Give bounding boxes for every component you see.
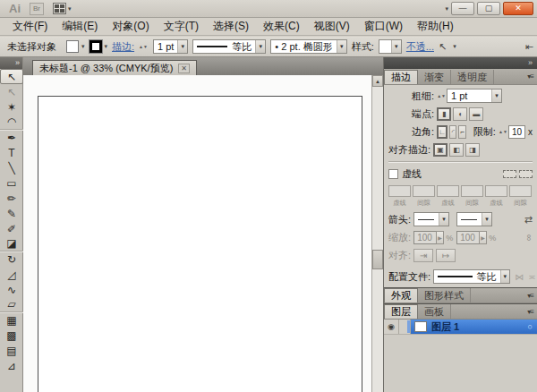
tab-artboards[interactable]: 画板 xyxy=(418,304,451,319)
stroke-panel-link[interactable]: 描边: xyxy=(112,40,134,54)
artboard[interactable] xyxy=(38,96,362,392)
spin-right-icon[interactable]: ▶ xyxy=(479,231,487,244)
align-stroke-outside-button[interactable]: ◨ xyxy=(465,143,480,157)
menu-edit[interactable]: 编辑(E) xyxy=(55,17,105,36)
restore-button[interactable]: ▢ xyxy=(477,2,500,15)
rotate-tool[interactable]: ↻ xyxy=(0,251,23,267)
shape-builder-tool[interactable]: ▦ xyxy=(0,312,23,328)
layer-row[interactable]: ◉ 图层 1 ○ xyxy=(384,320,537,335)
dash-align-icon[interactable] xyxy=(519,170,533,178)
minimize-button[interactable]: — xyxy=(451,2,474,15)
arrow-align-end-button[interactable]: ↦ xyxy=(436,249,456,262)
stroke-color-control[interactable]: ▾ xyxy=(90,40,108,53)
close-icon[interactable]: ✕ xyxy=(178,64,190,73)
blob-brush-tool[interactable]: ✐ xyxy=(0,221,23,236)
arrange-documents-button[interactable]: ▾ xyxy=(53,3,72,14)
fill-color-control[interactable]: ▾ xyxy=(66,40,85,53)
cap-round-button[interactable]: ◖ xyxy=(453,107,467,121)
flip-across-icon[interactable]: ≍ xyxy=(528,272,535,282)
menu-window[interactable]: 窗口(W) xyxy=(357,17,410,36)
gap-field-3[interactable] xyxy=(509,185,532,197)
cap-projecting-button[interactable]: ▬ xyxy=(469,107,483,121)
menu-help[interactable]: 帮助(H) xyxy=(410,17,461,36)
arrow-align-tip-button[interactable]: ⇥ xyxy=(413,249,433,262)
stroke-swatch[interactable] xyxy=(90,40,102,53)
gradient-tool[interactable]: ▤ xyxy=(0,343,23,358)
eyedropper-tool[interactable]: ⊿ xyxy=(0,358,23,373)
direct-selection-tool[interactable]: ↖ xyxy=(0,84,23,99)
eraser-tool[interactable]: ◪ xyxy=(0,236,23,251)
canvas-area[interactable] xyxy=(23,75,371,392)
width-tool[interactable]: ∿ xyxy=(0,282,23,297)
target-circle-icon[interactable]: ○ xyxy=(528,322,533,331)
toolbar-overflow-icon[interactable]: ▾ xyxy=(445,5,448,13)
corner-round-button[interactable]: ◜ xyxy=(449,125,456,139)
weight-stepper[interactable]: ▲▼ xyxy=(437,94,446,98)
panel-menu-icon[interactable]: ▾≡ xyxy=(527,292,533,300)
flip-along-icon[interactable]: ⋈ xyxy=(515,272,524,282)
selection-tool[interactable]: ↖ xyxy=(0,69,23,84)
cap-butt-button[interactable]: ▮ xyxy=(437,107,451,121)
close-button[interactable]: ✕ xyxy=(503,2,533,15)
mesh-tool[interactable]: ▩ xyxy=(0,328,23,343)
align-stroke-inside-button[interactable]: ◧ xyxy=(449,143,464,157)
tools-collapse-button[interactable]: » xyxy=(0,57,22,69)
arrowhead-end-select[interactable]: ▾ xyxy=(456,212,492,226)
align-stroke-center-button[interactable]: ▣ xyxy=(433,143,448,157)
corner-miter-button[interactable]: ∟ xyxy=(437,125,448,139)
link-scales-icon[interactable]: ∞ xyxy=(524,234,534,241)
menu-select[interactable]: 选择(S) xyxy=(206,17,256,36)
vertical-scrollbar[interactable]: ▲ xyxy=(371,75,383,392)
dash-field-3[interactable] xyxy=(485,185,507,197)
profile-select[interactable]: 等比 ▾ xyxy=(433,269,510,284)
dash-preserve-icon[interactable] xyxy=(503,170,516,178)
gap-field-2[interactable] xyxy=(461,185,483,197)
swap-arrowheads-icon[interactable]: ⇄ xyxy=(524,214,533,226)
dock-collapse-button[interactable]: » xyxy=(384,57,537,69)
corner-bevel-button[interactable]: ⌐ xyxy=(458,125,465,139)
free-transform-tool[interactable]: ▱ xyxy=(0,297,23,312)
lock-toggle-cell[interactable] xyxy=(399,320,411,334)
dashed-line-checkbox[interactable] xyxy=(388,169,398,179)
scrollbar-thumb[interactable] xyxy=(372,250,383,269)
fill-swatch[interactable] xyxy=(66,40,79,53)
line-segment-tool[interactable]: ╲ xyxy=(0,160,23,175)
stroke-weight-stepper[interactable]: ▲▼ xyxy=(139,45,148,49)
tab-stroke[interactable]: 描边 xyxy=(384,70,418,84)
dash-field-1[interactable] xyxy=(388,185,411,197)
visibility-eye-icon[interactable]: ◉ xyxy=(384,320,399,334)
tab-layers[interactable]: 图层 xyxy=(384,304,418,319)
tab-transparency[interactable]: 透明度 xyxy=(451,70,494,84)
arrow-scale-end-value[interactable]: 100 xyxy=(456,231,480,244)
select-similar-icon[interactable]: ↖ xyxy=(439,41,447,53)
menu-object[interactable]: 对象(O) xyxy=(105,17,156,36)
tab-graphic-styles[interactable]: 图形样式 xyxy=(418,288,471,303)
pen-tool[interactable]: ✒ xyxy=(0,130,23,145)
panel-menu-icon[interactable]: ▾≡ xyxy=(527,308,533,316)
dock-control-panel-icon[interactable]: ⇤ xyxy=(525,41,533,53)
menu-type[interactable]: 文字(T) xyxy=(157,17,206,36)
arrow-scale-start-value[interactable]: 100 xyxy=(413,231,437,244)
document-tab[interactable]: 未标题-1 @ 33% (CMYK/预览) ✕ xyxy=(32,60,197,75)
panel-menu-icon[interactable]: ▾≡ xyxy=(527,72,533,81)
layer-name[interactable]: 图层 1 xyxy=(431,320,459,334)
scale-tool[interactable]: ◿ xyxy=(0,267,23,282)
menu-effect[interactable]: 效果(C) xyxy=(256,17,307,36)
type-tool[interactable]: T xyxy=(0,145,23,160)
width-profile-select[interactable]: 等比 ▾ xyxy=(192,39,266,54)
paintbrush-tool[interactable]: ✏ xyxy=(0,191,23,206)
style-select[interactable]: ▾ xyxy=(379,39,402,54)
layer-thumbnail[interactable] xyxy=(414,321,427,332)
limit-value[interactable]: 10 xyxy=(508,125,525,139)
spin-right-icon[interactable]: ▶ xyxy=(436,231,444,244)
stroke-weight-select[interactable]: 1 pt ▾ xyxy=(153,39,188,54)
brush-definition-select[interactable]: • 2 pt. 椭圆形 ▾ xyxy=(270,39,346,54)
magic-wand-tool[interactable]: ✶ xyxy=(0,99,23,115)
rectangle-tool[interactable]: ▭ xyxy=(0,175,23,191)
pencil-tool[interactable]: ✎ xyxy=(0,206,23,221)
menu-view[interactable]: 视图(V) xyxy=(307,17,357,36)
chevron-down-icon[interactable]: ▾ xyxy=(453,43,456,50)
tab-appearance[interactable]: 外观 xyxy=(384,288,418,303)
limit-stepper[interactable]: ▲▼ xyxy=(499,130,507,134)
opacity-link[interactable]: 不透... xyxy=(406,40,434,54)
